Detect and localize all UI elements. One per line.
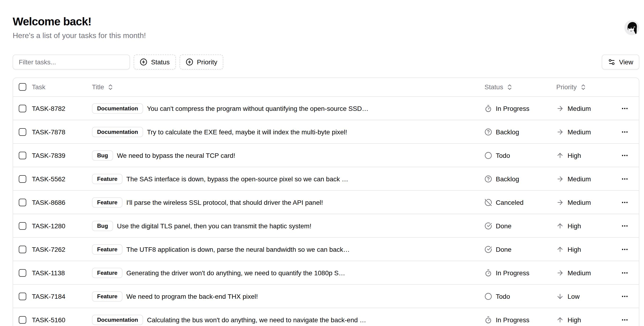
view-button[interactable]: View xyxy=(602,54,639,69)
task-id: TASK-7262 xyxy=(32,245,66,253)
priority-label: Medium xyxy=(568,104,591,112)
task-title: I'll parse the wireless SSL protocol, th… xyxy=(126,199,323,206)
table-header-row: Task Title Status xyxy=(13,78,639,97)
table-row: TASK-8686 Feature I'll parse the wireles… xyxy=(13,191,639,214)
task-type-badge: Documentation xyxy=(92,314,143,325)
task-title: Generating the driver won't do anything,… xyxy=(126,269,345,276)
tasks-page: Welcome back! Here's a list of your task… xyxy=(0,0,644,326)
task-title: Use the digital TLS panel, then you can … xyxy=(117,222,312,229)
page-subtitle: Here's a list of your tasks for this mon… xyxy=(13,31,146,41)
task-id: TASK-8686 xyxy=(32,199,66,206)
select-row-checkbox[interactable] xyxy=(19,222,26,229)
row-actions-button[interactable] xyxy=(617,289,632,304)
tasks-table: Task Title Status xyxy=(13,78,639,326)
row-actions-button[interactable] xyxy=(617,148,632,163)
task-title: The UTF8 application is down, parse the … xyxy=(126,245,350,253)
task-title: You can't compress the program without q… xyxy=(147,104,368,112)
table-row: TASK-5160 Documentation Calculating the … xyxy=(13,308,639,326)
ellipsis-icon xyxy=(621,175,628,183)
select-row-checkbox[interactable] xyxy=(19,151,26,159)
task-type-badge: Feature xyxy=(92,197,123,207)
row-actions-button[interactable] xyxy=(617,124,632,139)
row-actions-button[interactable] xyxy=(617,171,632,186)
select-row-checkbox[interactable] xyxy=(19,292,26,300)
filter-tasks-input[interactable] xyxy=(13,54,130,69)
priority-label: High xyxy=(568,222,581,229)
task-id: TASK-5160 xyxy=(32,316,66,323)
status-label: Done xyxy=(496,245,512,253)
task-type-badge: Documentation xyxy=(92,127,143,137)
priority-label: Medium xyxy=(568,175,591,183)
user-avatar[interactable] xyxy=(624,20,639,35)
ellipsis-icon xyxy=(621,104,628,112)
arrow-right-icon xyxy=(556,104,564,112)
select-row-checkbox[interactable] xyxy=(19,245,26,253)
table-row: TASK-1280 Bug Use the digital TLS panel,… xyxy=(13,214,639,237)
task-id: TASK-1280 xyxy=(32,222,66,229)
task-type-badge: Bug xyxy=(92,150,113,160)
select-row-checkbox[interactable] xyxy=(19,104,26,112)
table-row: TASK-1138 Feature Generating the driver … xyxy=(13,261,639,284)
priority-label: Medium xyxy=(568,128,591,135)
row-actions-button[interactable] xyxy=(617,242,632,257)
status-filter-button[interactable]: Status xyxy=(134,54,176,69)
circle-check-big-icon xyxy=(484,245,492,253)
arrow-right-icon xyxy=(556,128,564,135)
priority-label: Medium xyxy=(568,269,591,276)
table-row: TASK-7184 Feature We need to program the… xyxy=(13,284,639,308)
status-label: Done xyxy=(496,222,512,229)
page-header: Welcome back! Here's a list of your task… xyxy=(13,14,639,41)
sort-by-status-button[interactable]: Status xyxy=(484,83,513,91)
arrow-right-icon xyxy=(556,199,564,206)
status-label: In Progress xyxy=(496,104,529,112)
page-title: Welcome back! xyxy=(13,14,146,29)
select-row-checkbox[interactable] xyxy=(19,128,26,135)
ellipsis-icon xyxy=(621,245,628,253)
table-row: TASK-7878 Documentation Try to calculate… xyxy=(13,120,639,143)
task-id: TASK-5562 xyxy=(32,175,66,183)
status-label: Todo xyxy=(496,151,510,159)
row-actions-button[interactable] xyxy=(617,101,632,116)
select-row-checkbox[interactable] xyxy=(19,199,26,206)
status-label: Todo xyxy=(496,292,510,300)
row-actions-button[interactable] xyxy=(617,218,632,233)
row-actions-button[interactable] xyxy=(617,195,632,210)
ellipsis-icon xyxy=(621,222,628,229)
task-title: The SAS interface is down, bypass the op… xyxy=(126,175,348,183)
sort-by-priority-button[interactable]: Priority xyxy=(556,83,586,91)
priority-label: Low xyxy=(568,292,580,300)
column-header-task: Task xyxy=(32,83,46,91)
task-title: We need to program the back-end THX pixe… xyxy=(126,292,258,300)
priority-filter-label: Priority xyxy=(197,58,217,66)
select-all-checkbox[interactable] xyxy=(19,83,26,91)
timer-icon xyxy=(484,316,492,323)
circle-off-icon xyxy=(484,199,492,206)
select-row-checkbox[interactable] xyxy=(19,175,26,183)
priority-filter-button[interactable]: Priority xyxy=(180,54,223,69)
task-type-badge: Feature xyxy=(92,244,123,254)
ellipsis-icon xyxy=(621,316,628,323)
row-actions-button[interactable] xyxy=(617,265,632,280)
task-id: TASK-1138 xyxy=(32,269,65,276)
arrow-up-icon xyxy=(556,245,564,253)
select-row-checkbox[interactable] xyxy=(19,316,26,323)
column-header-priority: Priority xyxy=(556,83,577,91)
status-label: Backlog xyxy=(496,175,519,183)
sort-by-title-button[interactable]: Title xyxy=(92,83,114,91)
circle-icon xyxy=(484,292,492,300)
select-row-checkbox[interactable] xyxy=(19,269,26,276)
row-actions-button[interactable] xyxy=(617,312,632,326)
page-heading-group: Welcome back! Here's a list of your task… xyxy=(13,14,146,41)
status-label: In Progress xyxy=(496,269,529,276)
task-title: Calculating the bus won't do anything, w… xyxy=(147,316,366,323)
app-viewport: Welcome back! Here's a list of your task… xyxy=(0,0,644,326)
arrow-down-icon xyxy=(556,292,564,300)
chevrons-up-down-icon xyxy=(107,84,114,91)
column-header-title: Title xyxy=(92,83,104,91)
task-type-badge: Documentation xyxy=(92,103,143,113)
arrow-up-icon xyxy=(556,222,564,229)
circle-help-icon xyxy=(484,128,492,135)
task-type-badge: Feature xyxy=(92,174,123,184)
priority-label: High xyxy=(568,151,581,159)
task-id: TASK-7839 xyxy=(32,151,66,159)
